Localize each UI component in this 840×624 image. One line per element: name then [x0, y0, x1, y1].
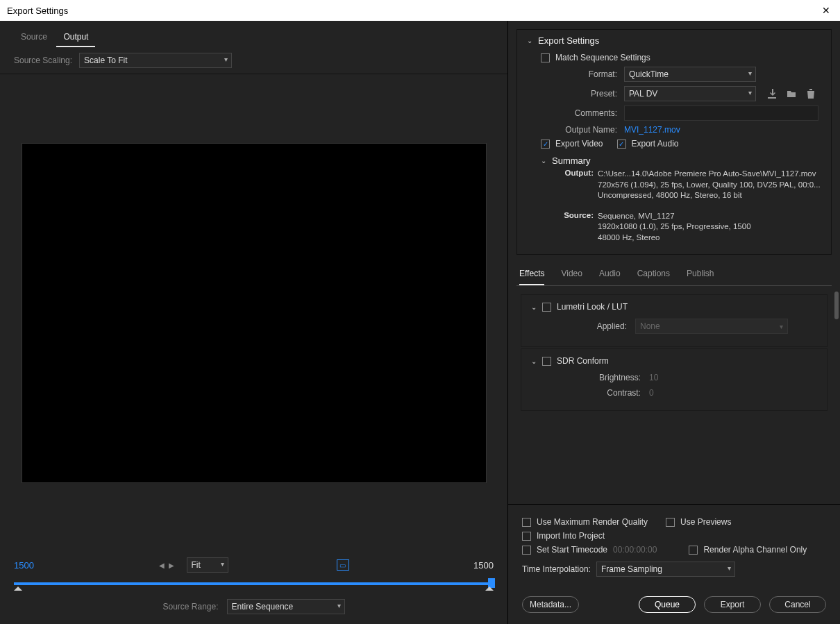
- import-project-checkbox[interactable]: [522, 532, 531, 541]
- brightness-value: 10: [649, 373, 658, 382]
- source-scaling-label: Source Scaling:: [14, 56, 72, 65]
- subtab-publish[interactable]: Publish: [687, 269, 714, 285]
- preview-video: [22, 143, 487, 483]
- delete-preset-icon[interactable]: [805, 87, 817, 100]
- settings-panel: ⌄ Export Settings Match Sequence Setting…: [508, 21, 840, 624]
- preset-select[interactable]: PAL DV: [624, 86, 756, 101]
- render-alpha-checkbox[interactable]: [689, 546, 698, 555]
- time-interp-select[interactable]: Frame Sampling: [596, 562, 735, 577]
- export-video-checkbox[interactable]: [541, 140, 550, 149]
- source-range-select[interactable]: Entire Sequence: [227, 599, 345, 614]
- applied-select: None: [635, 319, 788, 334]
- lumetri-enable-checkbox[interactable]: [542, 303, 551, 312]
- subtab-video[interactable]: Video: [561, 269, 582, 285]
- export-video-label: Export Video: [555, 139, 603, 149]
- max-render-label: Use Maximum Render Quality: [537, 517, 648, 527]
- tab-output[interactable]: Output: [56, 28, 95, 47]
- tab-source[interactable]: Source: [14, 28, 54, 46]
- start-timecode-value: 00:00:00:00: [613, 545, 657, 555]
- start-timecode-checkbox[interactable]: [522, 546, 531, 555]
- close-icon[interactable]: ✕: [819, 2, 833, 19]
- summary-output-value: C:\User...14.0\Adobe Premiere Pro Auto-S…: [598, 169, 821, 201]
- start-timecode-label: Set Start Timecode: [537, 545, 607, 555]
- lumetri-title: Lumetri Look / LUT: [557, 302, 628, 312]
- time-interp-label: Time Interpolation:: [522, 564, 591, 574]
- match-sequence-label: Match Sequence Settings: [555, 53, 650, 62]
- use-previews-checkbox[interactable]: [666, 518, 675, 527]
- output-name-link[interactable]: MVI_1127.mov: [624, 125, 680, 135]
- titlebar: Export Settings ✕: [0, 0, 840, 21]
- export-audio-label: Export Audio: [632, 139, 679, 149]
- dialog-title: Export Settings: [7, 6, 68, 16]
- format-label: Format:: [562, 69, 624, 79]
- summary-source-label: Source:: [555, 211, 598, 244]
- zoom-fit-select[interactable]: Fit: [187, 557, 228, 573]
- output-name-label: Output Name:: [548, 125, 624, 135]
- import-project-label: Import Into Project: [537, 531, 605, 541]
- format-select[interactable]: QuickTime: [624, 67, 756, 82]
- source-scaling-select[interactable]: Scale To Fit: [79, 53, 232, 68]
- save-preset-icon[interactable]: [766, 87, 778, 100]
- timecode-in[interactable]: 1500: [14, 560, 34, 571]
- subtab-effects[interactable]: Effects: [519, 269, 544, 285]
- source-range-label: Source Range:: [162, 602, 218, 612]
- metadata-button[interactable]: Metadata...: [522, 596, 579, 613]
- contrast-value: 0: [649, 388, 654, 398]
- comments-label: Comments:: [562, 108, 624, 118]
- preview-panel: Source Output Source Scaling: Scale To F…: [0, 21, 508, 624]
- effects-scrollbar[interactable]: [834, 292, 839, 319]
- collapse-sdr-icon[interactable]: ⌄: [531, 357, 537, 365]
- export-button[interactable]: Export: [704, 596, 761, 613]
- out-point-icon[interactable]: [485, 587, 494, 591]
- match-sequence-checkbox[interactable]: [541, 53, 550, 62]
- summary-header: Summary: [552, 155, 591, 166]
- cancel-button[interactable]: Cancel: [769, 596, 826, 613]
- contrast-label: Contrast:: [566, 388, 649, 398]
- sdr-title: SDR Conform: [557, 356, 609, 366]
- preset-label: Preset:: [562, 89, 624, 99]
- brightness-label: Brightness:: [566, 373, 649, 382]
- subtab-captions[interactable]: Captions: [637, 269, 670, 285]
- timeline-scrubber[interactable]: [14, 578, 494, 589]
- summary-source-value: Sequence, MVI_1127 1920x1080 (1.0), 25 f…: [598, 211, 821, 244]
- summary-output-label: Output:: [555, 169, 598, 201]
- collapse-lumetri-icon[interactable]: ⌄: [531, 303, 537, 311]
- crop-output-icon[interactable]: ▭: [337, 559, 349, 571]
- queue-button[interactable]: Queue: [639, 596, 696, 613]
- comments-input[interactable]: [624, 106, 818, 121]
- applied-label: Applied:: [594, 321, 635, 331]
- step-forward-icon[interactable]: ▶: [169, 562, 174, 569]
- export-audio-checkbox[interactable]: [617, 140, 626, 149]
- step-back-icon[interactable]: ◀: [159, 562, 165, 569]
- max-render-checkbox[interactable]: [522, 518, 531, 527]
- collapse-export-icon[interactable]: ⌄: [527, 37, 532, 44]
- sdr-enable-checkbox[interactable]: [542, 357, 551, 366]
- collapse-summary-icon[interactable]: ⌄: [541, 157, 546, 165]
- export-settings-header: Export Settings: [538, 35, 599, 46]
- use-previews-label: Use Previews: [680, 517, 731, 527]
- timecode-out: 1500: [473, 560, 494, 571]
- import-preset-icon[interactable]: [785, 87, 798, 100]
- in-point-icon[interactable]: [14, 587, 22, 591]
- render-alpha-label: Render Alpha Channel Only: [703, 545, 807, 555]
- subtab-audio[interactable]: Audio: [599, 269, 621, 285]
